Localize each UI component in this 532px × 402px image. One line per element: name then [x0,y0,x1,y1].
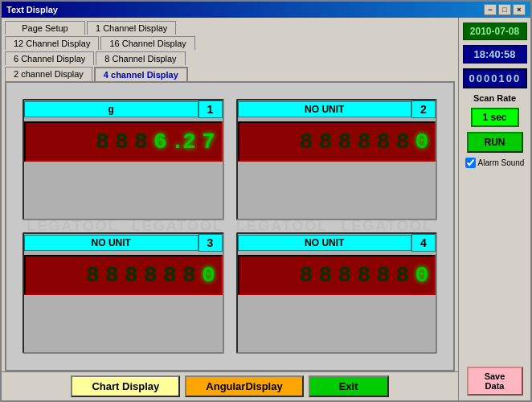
digit-1-3: 8 [133,129,150,154]
digit-3-3: 8 [123,263,141,288]
tab-12-channel[interactable]: 12 Channel Display [5,36,99,50]
right-panel: 2010-07-08 18:40:58 0000100 Scan Rate 1 … [458,18,530,400]
channel-4-number: 4 [411,234,436,252]
channel-1-box: g 1 8 8 8 6 . 2 7 [23,99,224,220]
channel-2-number: 2 [411,100,436,118]
minimize-button[interactable]: − [484,4,497,15]
digit-1-2: 8 [113,129,131,154]
digit-4-7: 0 [413,263,431,288]
tab-8-channel[interactable]: 8 Channel Display [96,51,185,65]
tab-content: LEGATOOL LEGATOOL LEGATOOL LEGATOOL LEGA… [5,81,455,371]
channel-1-unit: g [24,101,198,117]
digit-3-6: 8 [181,263,198,288]
digit-2-4: 8 [355,129,373,154]
tab-row-2: 12 Channel Display 16 Channel Display [5,36,455,50]
channel-4-display: 8 8 8 8 8 8 0 [238,255,436,295]
digit-1-1: 8 [94,129,112,154]
digit-3-7: 0 [200,263,218,288]
digit-3-4: 8 [142,263,160,288]
window-title: Text Display [6,5,58,14]
exit-button[interactable]: Exit [309,375,389,397]
digit-2-2: 8 [317,129,334,154]
digit-3-1: 8 [84,263,102,288]
tab-6-channel[interactable]: 6 Channel Display [5,51,94,65]
alarm-checkbox[interactable] [465,158,476,168]
digit-4-1: 8 [297,263,315,288]
main-window: Text Display − □ × Page Setup 1 Channel … [0,0,532,402]
channel-3-display: 8 8 8 8 8 8 0 [24,255,223,295]
bottom-bar: Chart Display AngularDisplay Exit [2,371,458,400]
time-display: 18:40:58 [463,45,527,64]
tab-2-channel[interactable]: 2 channel Display [5,67,92,81]
save-data-button[interactable]: Save Data [467,367,523,396]
counter-display: 0000100 [463,68,527,88]
digit-1-dot: . [171,129,179,154]
digit-1-5: 2 [181,129,198,154]
angular-display-button[interactable]: AngularDisplay [185,375,303,397]
content-area: Page Setup 1 Channel Display 12 Channel … [2,18,530,400]
digit-1-6: 7 [200,129,218,154]
channel-2-header: NO UNIT 2 [238,100,436,118]
maximize-button[interactable]: □ [498,4,511,15]
scan-rate-value[interactable]: 1 sec [471,108,519,127]
channel-1-display: 8 8 8 6 . 2 7 [24,121,223,162]
digit-3-2: 8 [104,263,121,288]
alarm-label: Alarm Sound [478,158,525,167]
digit-4-3: 8 [336,263,354,288]
tabs-area: Page Setup 1 Channel Display 12 Channel … [2,18,458,81]
channel-3-unit: NO UNIT [24,235,198,251]
channel-1-header: g 1 [24,100,223,118]
close-button[interactable]: × [513,4,526,15]
title-bar: Text Display − □ × [2,2,530,18]
digit-1-4: 6 [152,129,170,154]
channel-3-box: NO UNIT 3 8 8 8 8 8 8 0 [23,232,224,354]
tab-row-1: Page Setup 1 Channel Display [5,21,455,35]
digit-3-5: 8 [162,263,179,288]
tab-1-channel[interactable]: 1 Channel Display [87,21,176,35]
channel-4-box: NO UNIT 4 8 8 8 8 8 8 0 [236,232,438,354]
channel-3-header: NO UNIT 3 [24,234,223,252]
digit-4-4: 8 [355,263,373,288]
digit-4-2: 8 [317,263,334,288]
channel-3-number: 3 [198,234,223,252]
channel-4-unit: NO UNIT [238,235,412,251]
digit-2-1: 8 [297,129,315,154]
digit-2-6: 8 [394,129,411,154]
digit-2-5: 8 [374,129,392,154]
tab-page-setup[interactable]: Page Setup [5,21,85,35]
main-panel: Page Setup 1 Channel Display 12 Channel … [2,18,458,400]
channels-grid: g 1 8 8 8 6 . 2 7 [6,83,453,370]
alarm-sound-check[interactable]: Alarm Sound [465,158,525,168]
digit-2-3: 8 [336,129,354,154]
digit-2-7: 0 [413,129,431,154]
channel-2-unit: NO UNIT [238,101,412,117]
scan-rate-label: Scan Rate [473,93,516,103]
run-button[interactable]: RUN [467,132,523,153]
digit-4-6: 8 [394,263,411,288]
channel-2-box: NO UNIT 2 8 8 8 8 8 8 0 [236,99,438,220]
tab-row-3: 6 Channel Display 8 Channel Display [5,51,455,65]
channel-2-display: 8 8 8 8 8 8 0 [238,121,436,162]
channel-1-number: 1 [198,100,223,118]
channel-4-header: NO UNIT 4 [238,234,436,252]
tab-row-4: 2 channel Display 4 channel Display [5,67,455,81]
digit-4-5: 8 [374,263,392,288]
tab-4-channel[interactable]: 4 channel Display [94,67,188,81]
date-display: 2010-07-08 [463,23,527,40]
chart-display-button[interactable]: Chart Display [71,375,180,397]
title-buttons: − □ × [484,4,526,15]
tab-16-channel[interactable]: 16 Channel Display [100,36,194,50]
